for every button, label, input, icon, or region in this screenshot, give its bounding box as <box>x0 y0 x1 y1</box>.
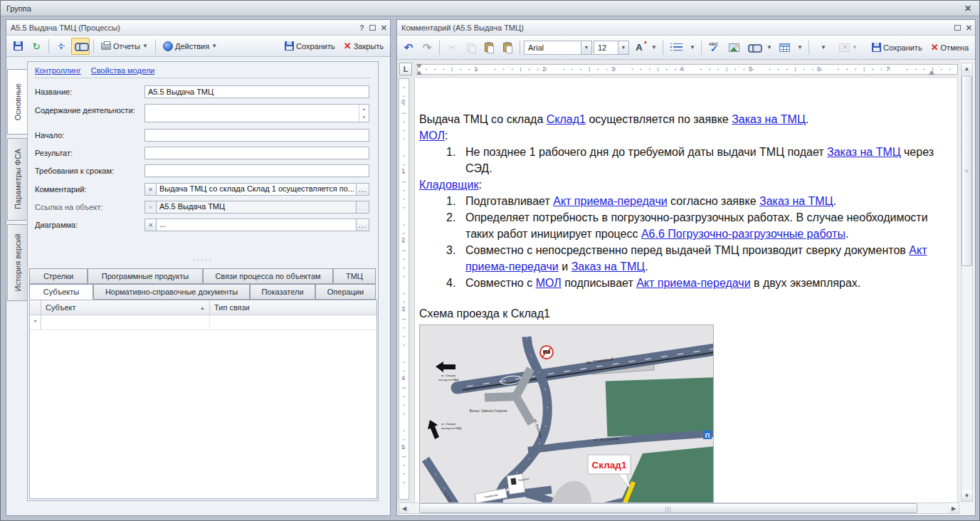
comment-value[interactable]: Выдача ТМЦ со склада Склад 1 осуществляе… <box>157 183 357 196</box>
tab-strelki[interactable]: Стрелки <box>29 268 88 284</box>
doc-link[interactable]: Заказ на ТМЦ <box>732 113 806 125</box>
save-button[interactable] <box>9 38 26 55</box>
model-properties-link[interactable]: Свойства модели <box>91 66 155 75</box>
copy-button[interactable] <box>462 39 479 56</box>
font-family-value: Arial <box>525 43 581 52</box>
paste-special-button[interactable] <box>499 39 516 56</box>
start-input[interactable] <box>144 129 369 142</box>
close-button[interactable]: ✕ Закрыть <box>340 38 387 55</box>
vertical-scrollbar-thumb[interactable]: ≡ <box>961 75 972 266</box>
refresh-button[interactable]: ↻ <box>28 38 45 55</box>
insert-image-button[interactable] <box>725 39 743 56</box>
tab-pokazateli[interactable]: Показатели <box>250 284 315 300</box>
tab-istoriya-versiy[interactable]: История версий <box>7 224 27 301</box>
maximize-button[interactable] <box>369 25 376 31</box>
font-size-up-icon: A <box>636 42 642 53</box>
right-indent-marker[interactable] <box>929 70 934 75</box>
cancel-button[interactable]: ✕ Отмена <box>927 39 972 56</box>
grow-font-button[interactable]: A <box>631 39 648 56</box>
cut-button[interactable]: ✂ <box>443 39 460 56</box>
list-dropdown[interactable]: ▼ <box>687 39 697 56</box>
delete-table-button[interactable]: ▼ <box>836 39 861 56</box>
doc-run: осуществляется по заявке <box>586 113 732 125</box>
map-warehouse-callout: Склад1 <box>592 460 627 470</box>
window-close-button[interactable]: ✕ <box>962 3 974 14</box>
objectref-clear-button: ✕ <box>144 201 157 214</box>
tab-svyazi-processa[interactable]: Связи процесса по объектам <box>203 268 333 284</box>
deadline-input[interactable] <box>144 164 369 177</box>
close-panel-button[interactable]: ✕ <box>381 23 387 33</box>
column-header-subject[interactable]: Субъект ▲ <box>41 300 210 315</box>
splitter-handle[interactable]: ····· <box>28 256 378 264</box>
result-input[interactable] <box>144 147 369 159</box>
tab-osnovnye[interactable]: Основные <box>7 69 28 135</box>
paste-button[interactable] <box>480 39 497 56</box>
first-line-indent-marker[interactable] <box>416 64 422 68</box>
redo-button[interactable]: ↷ <box>418 39 436 56</box>
close-panel-button[interactable]: ✕ <box>966 23 972 33</box>
document-page[interactable]: Выдача ТМЦ со склада Склад1 осуществляет… <box>414 78 958 502</box>
scroll-up-button[interactable]: ▲ <box>961 63 972 74</box>
doc-link[interactable]: МОЛ <box>536 277 562 289</box>
diagram-value[interactable]: ... <box>157 219 357 231</box>
chevron-down-icon[interactable]: ▼ <box>581 41 591 54</box>
reports-button[interactable]: Отчеты ▼ <box>98 38 152 55</box>
controlling-link[interactable]: Контроллинг <box>35 66 81 75</box>
chevron-down-icon[interactable]: ▼ <box>618 41 628 54</box>
horizontal-scrollbar-thumb[interactable]: ||| <box>419 503 917 513</box>
horizontal-scrollbar[interactable]: ◀ ||| ▶ <box>399 502 959 514</box>
hanging-indent-marker[interactable] <box>416 70 422 75</box>
link-mode-button[interactable] <box>71 38 90 55</box>
route-map-image[interactable]: Автоцентр "МАРВЕЛ" пр. Северный ул. Есен… <box>419 325 714 502</box>
comment-ellipsis-button[interactable]: ... <box>357 183 369 196</box>
diagram-clear-button[interactable]: ✕ <box>144 219 157 231</box>
doc-paragraph: МОЛ: <box>419 127 949 144</box>
scroll-down-button[interactable]: ▼ <box>961 490 972 501</box>
link-dropdown[interactable]: ▼ <box>764 39 774 56</box>
close-label: Закрыть <box>354 42 384 51</box>
insert-link-button[interactable] <box>744 39 763 56</box>
content-textarea[interactable]: ▲▼ <box>144 104 369 122</box>
comment-clear-button[interactable]: ✕ <box>144 183 157 196</box>
scroll-right-button[interactable]: ▶ <box>949 503 959 513</box>
spinner[interactable]: ▲▼ <box>359 105 369 122</box>
doc-link[interactable]: Заказ на ТМЦ <box>571 260 646 273</box>
doc-link[interactable]: А6.6 Погрузочно-разгрузочные работы <box>641 228 845 240</box>
tab-parametry-fsa[interactable]: Параметры ФСА <box>7 138 27 221</box>
font-family-select[interactable]: Arial ▼ <box>524 41 592 55</box>
table-dropdown[interactable]: ▼ <box>795 39 805 56</box>
doc-link[interactable]: Заказ на ТМЦ <box>759 195 833 207</box>
scroll-left-button[interactable]: ◀ <box>399 503 409 513</box>
column-header-linktype[interactable]: Тип связи <box>210 300 376 315</box>
insert-table-button[interactable] <box>776 39 794 56</box>
undo-button[interactable]: ↶ <box>400 39 417 56</box>
save-comment-button[interactable]: Сохранить <box>868 39 926 56</box>
maximize-button[interactable] <box>954 25 961 31</box>
tab-programmnye-produkty[interactable]: Программные продукты <box>88 268 203 284</box>
objectref-ellipsis-button: ... <box>357 201 369 214</box>
bullet-list-button[interactable] <box>667 39 686 56</box>
name-input[interactable] <box>144 85 369 98</box>
diagram-ellipsis-button[interactable]: ... <box>357 219 369 231</box>
expand-button[interactable]: ▲▼ <box>53 38 70 55</box>
tab-stop-selector[interactable]: L <box>399 63 412 75</box>
actions-button[interactable]: Действия ▼ <box>159 38 221 55</box>
doc-link[interactable]: Акт приема-передачи <box>553 195 667 207</box>
tab-tmc[interactable]: ТМЦ <box>333 268 376 284</box>
tab-normativnye-dokumenty[interactable]: Нормативно-справочные документы <box>93 284 250 300</box>
font-size-select[interactable]: 12 ▼ <box>594 41 629 55</box>
vertical-scrollbar[interactable]: ▲ ≡ ▼ <box>961 63 973 502</box>
save-commit-button[interactable]: Сохранить <box>281 38 339 55</box>
doc-link[interactable]: МОЛ <box>419 130 445 142</box>
doc-link[interactable]: Кладовщик <box>419 179 478 191</box>
spellcheck-button[interactable] <box>705 39 724 56</box>
doc-link[interactable]: Акт приема-передачи <box>636 277 750 289</box>
new-row[interactable]: * <box>30 315 376 330</box>
doc-link[interactable]: Заказ на ТМЦ <box>827 146 901 158</box>
tab-subekty[interactable]: Субъекты <box>29 284 93 300</box>
font-options-dropdown[interactable]: ▼ <box>649 39 659 56</box>
doc-link[interactable]: Склад1 <box>547 113 586 125</box>
tab-operacii[interactable]: Операции <box>315 284 376 300</box>
style-dropdown[interactable]: ▼ <box>813 39 834 56</box>
help-button[interactable]: ? <box>359 23 364 32</box>
